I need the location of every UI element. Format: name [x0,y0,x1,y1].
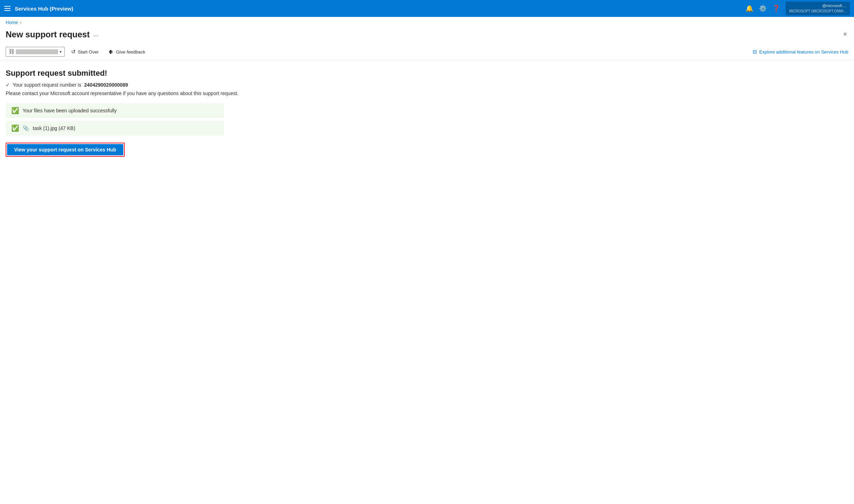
request-number-row: ✓ Your support request number is 2404290… [6,82,848,88]
topbar: Services Hub (Preview) 🔔 ⚙️ ❓ @microsoft… [0,0,854,17]
selector-value [16,49,58,54]
hamburger-menu[interactable] [4,6,11,11]
refresh-icon: ↺ [71,49,76,55]
file-card: ✅ 📎 task (1).jpg (47 KB) [6,121,224,136]
start-over-label: Start Over [78,49,99,55]
main-content: Support request submitted! ✓ Your suppor… [0,60,854,165]
request-number-prefix: Your support request number is [13,82,81,88]
user-profile[interactable]: @microsoft.... MICROSOFT (MICROSOFT.ONMI… [786,2,850,15]
request-number: 2404290020000089 [84,82,128,88]
breadcrumb: Home › [0,17,854,26]
give-feedback-label: Give feedback [116,49,145,55]
attachment-icon: 📎 [23,125,29,131]
file-name: task (1).jpg (47 KB) [33,125,75,131]
close-button[interactable]: × [842,29,848,39]
topbar-right: 🔔 ⚙️ ❓ @microsoft.... MICROSOFT (MICROSO… [745,2,850,15]
page-header-left: New support request ... [6,30,99,39]
upload-check-icon: ✅ [11,107,19,114]
toolbar-right[interactable]: ⊟ Explore additional features on Service… [753,49,848,55]
file-check-icon: ✅ [11,124,19,132]
page-header-more[interactable]: ... [93,31,99,38]
topbar-left: Services Hub (Preview) [4,6,73,12]
view-support-request-button[interactable]: View your support request on Services Hu… [7,144,123,155]
chevron-down-icon: ▾ [60,49,62,54]
user-email: @microsoft.... [789,3,846,8]
checkmark-icon: ✓ [6,82,10,88]
start-over-button[interactable]: ↺ Start Over [68,46,102,57]
scope-icon: ⛓ [9,49,14,55]
explore-icon: ⊟ [753,49,757,55]
submitted-title: Support request submitted! [6,69,848,78]
contact-note: Please contact your Microsoft account re… [6,91,848,96]
scope-selector[interactable]: ⛓ ▾ [6,47,65,57]
notification-icon[interactable]: 🔔 [745,5,753,12]
give-feedback-button[interactable]: 🗣 Give feedback [105,47,149,57]
toolbar: ⛓ ▾ ↺ Start Over 🗣 Give feedback ⊟ Explo… [0,44,854,60]
explore-label: Explore additional features on Services … [759,49,848,55]
breadcrumb-home[interactable]: Home [6,20,18,25]
breadcrumb-separator: › [20,20,21,25]
app-title: Services Hub (Preview) [15,6,73,12]
user-tenant: MICROSOFT (MICROSOFT.ONMI... [789,9,846,14]
upload-success-card: ✅ Your files have been uploaded successf… [6,103,224,118]
settings-icon[interactable]: ⚙️ [759,5,767,12]
feedback-icon: 🗣 [109,49,114,55]
page-header: New support request ... × [0,26,854,44]
help-icon[interactable]: ❓ [772,5,780,12]
page-title: New support request [6,30,90,39]
toolbar-left: ⛓ ▾ ↺ Start Over 🗣 Give feedback [6,46,149,57]
upload-success-msg: Your files have been uploaded successful… [23,108,117,113]
view-button-wrapper: View your support request on Services Hu… [6,143,125,157]
